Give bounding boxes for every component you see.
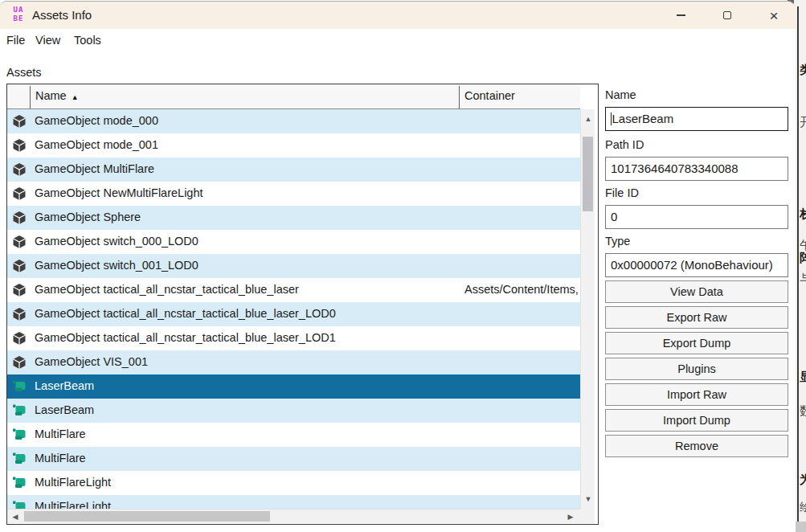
asset-name: LaserBeam [35, 379, 94, 392]
file-id-field-label: File ID [605, 186, 639, 199]
header-separator [30, 86, 31, 108]
table-row[interactable]: GameObject mode_001 [7, 133, 580, 158]
vertical-scrollbar[interactable]: ▲ ▼ [580, 109, 595, 509]
asset-table: Name▲ Container GameObject mode_000 Game… [6, 84, 599, 525]
background-text-fragment: 阵 [800, 251, 806, 266]
table-row[interactable]: GameObject tactical_all_ncstar_tactical_… [7, 326, 580, 350]
monobehaviour-icon [12, 428, 27, 442]
asset-name: MultiFlare [35, 428, 86, 440]
background-window-edge: 类开栈午阵与显数为绘 [794, 0, 806, 532]
assets-info-window: UA BE Assets Info × File View Tools Asse… [0, 1, 796, 532]
menu-view[interactable]: View [35, 34, 60, 47]
gameobject-icon [12, 355, 27, 370]
background-window-bottom [794, 522, 806, 532]
table-row[interactable]: LaserBeam [7, 399, 580, 423]
gameobject-icon [12, 114, 27, 129]
table-row[interactable]: MultiFlareLight [7, 471, 580, 495]
table-row[interactable]: GameObject switch_000_LOD0 [7, 230, 580, 254]
monobehaviour-icon [12, 452, 27, 466]
export-raw-button[interactable]: Export Raw [605, 306, 788, 329]
import-raw-button[interactable]: Import Raw [605, 383, 788, 406]
monobehaviour-icon [12, 500, 27, 509]
table-row[interactable]: GameObject MultiFlare [7, 158, 580, 182]
table-row[interactable]: GameObject NewMultiFlareLight [7, 182, 580, 206]
scroll-up-icon[interactable]: ▲ [581, 111, 595, 127]
monobehaviour-icon [12, 403, 27, 418]
column-header-name[interactable]: Name▲ [35, 89, 79, 102]
export-dump-button[interactable]: Export Dump [605, 332, 788, 354]
gameobject-icon [12, 235, 27, 249]
asset-name: GameObject Sphere [35, 211, 141, 223]
background-window-border [797, 6, 799, 526]
horizontal-scrollbar[interactable]: ◀ ▶ [7, 509, 580, 523]
name-header-label: Name [35, 89, 67, 102]
name-field-value: LaserBeam [612, 112, 674, 125]
table-row[interactable]: GameObject tactical_all_ncstar_tactical_… [7, 302, 580, 326]
table-row[interactable]: MultiFlareLight [7, 495, 580, 509]
table-row[interactable]: GameObject tactical_all_ncstar_tactical_… [7, 278, 580, 302]
gameobject-icon [12, 211, 27, 225]
table-row[interactable]: GameObject Sphere [7, 206, 580, 230]
menu-tools[interactable]: Tools [74, 34, 101, 47]
gameobject-icon [12, 331, 27, 346]
name-field-label: Name [605, 88, 636, 101]
table-row[interactable]: LaserBeam [7, 374, 580, 399]
scroll-down-icon[interactable]: ▼ [581, 491, 595, 507]
background-text-fragment: 栈 [800, 207, 806, 222]
monobehaviour-icon [12, 476, 27, 490]
asset-name: GameObject tactical_all_ncstar_tactical_… [35, 283, 299, 296]
type-field-label: Type [605, 235, 630, 248]
view-data-button[interactable]: View Data [605, 280, 788, 303]
background-text-fragment: 为 [800, 473, 806, 488]
plugins-button[interactable]: Plugins [605, 358, 788, 380]
name-field[interactable]: LaserBeam [605, 107, 788, 131]
table-row[interactable]: GameObject mode_000 [7, 109, 580, 133]
background-text-fragment: 绘 [800, 500, 806, 515]
assets-section-label: Assets [6, 66, 42, 79]
details-panel: Name LaserBeam Path ID 10173646407833400… [605, 2, 788, 532]
asset-container: Assets/Content/Items, [464, 283, 579, 296]
asset-name: GameObject mode_001 [35, 138, 158, 151]
file-id-field[interactable]: 0 [605, 205, 788, 229]
asset-name: MultiFlareLight [35, 476, 111, 489]
asset-name: LaserBeam [35, 403, 94, 416]
remove-button[interactable]: Remove [605, 435, 788, 457]
path-id-field[interactable]: 1017364640783340088 [605, 157, 788, 181]
asset-name: MultiFlareLight [35, 500, 111, 509]
asset-name: GameObject mode_000 [35, 114, 158, 127]
background-text-fragment: 显 [800, 370, 806, 385]
scrollbar-corner [580, 509, 595, 523]
uabe-icon-bottom: BE [9, 14, 28, 23]
gameobject-icon [12, 259, 27, 273]
gameobject-icon [12, 283, 27, 297]
asset-name: GameObject NewMultiFlareLight [35, 186, 203, 199]
asset-name: MultiFlare [35, 452, 86, 464]
header-separator[interactable] [459, 86, 460, 108]
asset-name: GameObject switch_001_LOD0 [35, 259, 198, 272]
table-row[interactable]: GameObject switch_001_LOD0 [7, 254, 580, 278]
horizontal-scroll-thumb[interactable] [24, 511, 270, 522]
gameobject-icon [12, 186, 27, 201]
scroll-left-icon[interactable]: ◀ [9, 509, 22, 524]
asset-name: GameObject tactical_all_ncstar_tactical_… [35, 307, 336, 320]
type-field[interactable]: 0x00000072 (MonoBehaviour) [605, 253, 788, 277]
uabe-icon-top: UA [9, 6, 28, 14]
gameobject-icon [12, 307, 27, 321]
asset-rows: GameObject mode_000 GameObject mode_001 … [7, 109, 580, 509]
scroll-right-icon[interactable]: ▶ [564, 509, 577, 524]
gameobject-icon [12, 138, 27, 153]
uabe-app-icon: UA BE [9, 6, 28, 25]
background-text-fragment: 开 [800, 115, 806, 130]
table-row[interactable]: GameObject VIS_001 [7, 350, 580, 374]
asset-name: GameObject VIS_001 [35, 355, 148, 368]
column-header-container[interactable]: Container [464, 89, 515, 102]
gameobject-icon [12, 162, 27, 177]
import-dump-button[interactable]: Import Dump [605, 409, 788, 432]
menu-file[interactable]: File [6, 34, 25, 47]
background-text-fragment: 与 [800, 272, 806, 287]
background-text-fragment: 类 [800, 63, 806, 78]
table-row[interactable]: MultiFlare [7, 423, 580, 447]
vertical-scroll-thumb[interactable] [583, 137, 593, 211]
table-row[interactable]: MultiFlare [7, 447, 580, 471]
asset-name: GameObject MultiFlare [35, 162, 154, 175]
